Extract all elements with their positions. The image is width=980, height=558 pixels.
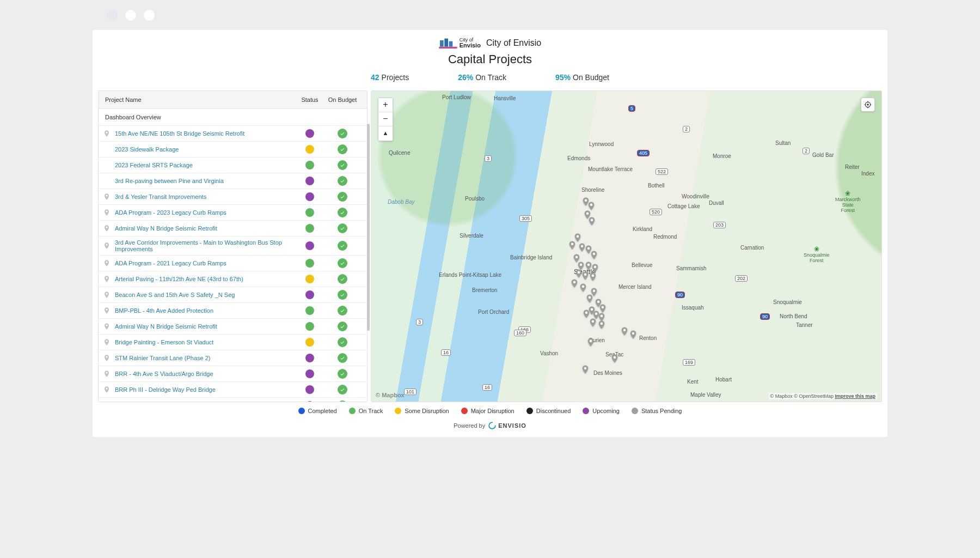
svg-point-39	[584, 367, 587, 369]
project-name-link[interactable]: 15th Ave NE/NE 105th St Bridge Seismic R…	[112, 130, 296, 137]
project-map-marker[interactable]	[587, 215, 597, 227]
project-map-marker[interactable]	[588, 271, 598, 283]
project-name-link[interactable]: 2023 Federal SRTS Package	[112, 162, 296, 168]
on-budget-check-icon	[338, 337, 347, 347]
table-row[interactable]: ADA Program - 2023 Legacy Curb Ramps	[99, 205, 367, 221]
table-row[interactable]: 3rd Ave Corridor Improvements - Main to …	[99, 236, 367, 256]
on-budget-check-icon	[338, 322, 347, 331]
project-name-link[interactable]: ADA Program - 2021 Legacy Curb Ramps	[112, 260, 296, 266]
legend-label: Discontinued	[536, 408, 571, 414]
zoom-out-button[interactable]: −	[378, 112, 393, 126]
project-map-marker[interactable]	[597, 319, 607, 331]
table-row[interactable]: Bridge Painting - Emerson St Viaduct	[99, 335, 367, 350]
map-city-label: Gold Bar	[812, 152, 834, 158]
project-map-marker[interactable]	[578, 282, 588, 294]
table-row[interactable]: Admiral Way N Bridge Seismic Retrofit	[99, 221, 367, 236]
col-header-status[interactable]: Status	[296, 96, 323, 103]
project-name-link[interactable]: BRR Ph III - Delridge Way Ped Bridge	[112, 386, 296, 393]
project-map-marker[interactable]	[567, 239, 577, 251]
map-city-label: North Bend	[780, 313, 807, 319]
svg-point-25	[573, 281, 576, 283]
route-shield: 522	[656, 168, 668, 175]
project-map-marker[interactable]	[586, 336, 596, 348]
table-row[interactable]: STM Rainier Transit Lane (Phase 2)	[99, 350, 367, 366]
map-city-label: Port Orchard	[478, 309, 509, 315]
project-name-link[interactable]: 3rd Ave Corridor Improvements - Main to …	[112, 239, 296, 252]
status-dot	[305, 145, 314, 154]
status-dot	[305, 177, 314, 185]
map-city-label: Woodinville	[682, 193, 709, 199]
project-name-link[interactable]: Bridge Painting - Emerson St Viaduct	[112, 339, 296, 345]
col-header-budget[interactable]: On Budget	[323, 96, 362, 103]
svg-point-12	[591, 219, 593, 221]
svg-point-40	[614, 356, 616, 359]
project-map-marker[interactable]	[610, 353, 620, 365]
legend-swatch	[583, 408, 589, 414]
route-shield: 2	[803, 148, 810, 154]
col-header-name[interactable]: Project Name	[105, 96, 296, 103]
table-row[interactable]: 3rd Re-paving between Pine and Virginia	[99, 173, 367, 189]
project-name-link[interactable]: ADA Program - 2023 Legacy Curb Ramps	[112, 209, 296, 216]
budget-cell	[323, 223, 362, 233]
map-pin-icon	[102, 386, 112, 393]
map-pin-icon	[102, 209, 112, 216]
map-pane[interactable]: + − ▲ © Mapbox © Mapbox © OpenStreetMap …	[371, 90, 882, 402]
table-section[interactable]: Dashboard Overview	[99, 109, 367, 126]
project-name-link[interactable]: 3rd & Yesler Transit Improvements	[112, 193, 296, 200]
reset-north-button[interactable]: ▲	[378, 126, 393, 141]
svg-point-22	[578, 271, 580, 274]
table-row[interactable]: Center City Gateway and S Michigan St IT…	[99, 398, 367, 402]
zoom-in-button[interactable]: +	[378, 98, 393, 112]
table-row[interactable]: 15th Ave NE/NE 105th St Bridge Seismic R…	[99, 126, 367, 142]
map-city-label: Vashon	[540, 350, 558, 356]
route-shield: 2	[683, 126, 690, 132]
table-row[interactable]: 2023 Federal SRTS Package	[99, 157, 367, 173]
project-name-link[interactable]: Arterial Paving - 11th/12th Ave NE (43rd…	[112, 276, 296, 282]
status-cell	[296, 290, 323, 299]
map-city-label: Quilcene	[389, 150, 410, 156]
map-city-label: Mountlake Terrace	[588, 166, 633, 172]
envisio-brand[interactable]: ENVISIO	[488, 422, 526, 429]
map-water-label: Dabob Bay	[388, 199, 414, 205]
table-row[interactable]: BRR - 4th Ave S Viaduct/Argo Bridge	[99, 366, 367, 382]
project-name-link[interactable]: STM Rainier Transit Lane (Phase 2)	[112, 355, 296, 361]
map-city-label: Bainbridge Island	[510, 254, 552, 260]
on-budget-check-icon	[338, 241, 347, 251]
map-city-label: Port Ludlow	[442, 94, 471, 100]
svg-point-23	[584, 273, 587, 276]
project-name-link[interactable]: Admiral Way N Bridge Seismic Retrofit	[112, 323, 296, 330]
status-dot	[305, 385, 314, 394]
table-row[interactable]: BMP-PBL - 4th Ave Added Protection	[99, 303, 367, 319]
svg-point-35	[592, 320, 595, 323]
table-row[interactable]: Admiral Way N Bridge Seismic Retrofit	[99, 319, 367, 335]
project-name-link[interactable]: 3rd Re-paving between Pine and Virginia	[112, 178, 296, 184]
table-row[interactable]: 2023 Sidewalk Package	[99, 142, 367, 157]
project-map-marker[interactable]	[580, 363, 590, 375]
on-budget-check-icon	[338, 176, 347, 186]
table-row[interactable]: BRR Ph III - Delridge Way Ped Bridge	[99, 382, 367, 398]
map-city-label: Silverdale	[460, 233, 483, 239]
improve-map-link[interactable]: Improve this map	[835, 393, 875, 399]
status-dot	[305, 275, 314, 283]
table-row[interactable]: 3rd & Yesler Transit Improvements	[99, 189, 367, 205]
budget-cell	[323, 241, 362, 251]
locate-me-button[interactable]	[861, 98, 875, 112]
budget-cell	[323, 258, 362, 268]
project-map-marker[interactable]	[628, 329, 638, 341]
table-header-row: Project Name Status On Budget	[99, 91, 367, 109]
table-row[interactable]: Beacon Ave S and 15th Ave S Safety _N Se…	[99, 287, 367, 303]
project-name-link[interactable]: BRR - 4th Ave S Viaduct/Argo Bridge	[112, 371, 296, 377]
status-cell	[296, 338, 323, 347]
map-pin-icon	[102, 370, 112, 378]
project-name-link[interactable]: BMP-PBL - 4th Ave Added Protection	[112, 307, 296, 314]
table-row[interactable]: ADA Program - 2021 Legacy Curb Ramps	[99, 256, 367, 271]
project-map-marker[interactable]	[589, 249, 599, 261]
project-name-link[interactable]: Admiral Way N Bridge Seismic Retrofit	[112, 225, 296, 232]
project-name-link[interactable]: 2023 Sidewalk Package	[112, 146, 296, 153]
project-name-link[interactable]: Beacon Ave S and 15th Ave S Safety _N Se…	[112, 292, 296, 298]
legend-swatch	[632, 408, 638, 414]
table-row[interactable]: Arterial Paving - 11th/12th Ave NE (43rd…	[99, 271, 367, 287]
route-shield: 5	[628, 105, 635, 112]
scrollbar-thumb[interactable]	[367, 124, 370, 331]
status-dot	[305, 208, 314, 217]
